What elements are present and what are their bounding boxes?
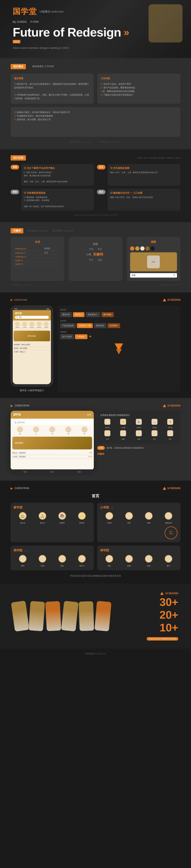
style-preview-text: 风格	[152, 261, 155, 263]
menu-icon-img-8	[136, 430, 142, 436]
tag-all[interactable]: 全部	[97, 446, 105, 450]
goal4-title: ◎ 建设输出交付式 一 入口全图	[110, 191, 178, 194]
cat-item-5[interactable]: 禅	[77, 427, 92, 435]
jia-icon-1[interactable]: 🏡 家文化	[13, 512, 32, 524]
goal4-pill: 标注	[97, 190, 105, 194]
menu-icon-label-10: 更多	[169, 438, 172, 440]
kw-word-1: 期典	[93, 242, 98, 246]
shang-icon-3[interactable]: 财富	[53, 555, 71, 567]
tab-home[interactable]: 首页	[23, 471, 27, 473]
jia-icon-img-2: 🙏	[39, 512, 46, 520]
app-tags-row: 全部 标杆题 运用黄金比例通道进行排版规则设计	[97, 446, 181, 450]
miniapp-label: ▶ CHENYIFAN	[11, 299, 27, 301]
phone-search-bar: 🔍 搜索	[15, 316, 49, 319]
menu-icon-img-5: 🧘	[167, 419, 173, 425]
scattered-phone-6	[94, 600, 112, 631]
app-list-item-1[interactable]: 家礼仪 · 经典课程 ¥99	[12, 451, 92, 455]
chan-icon-3[interactable]: 悟道	[140, 555, 158, 567]
menu-icon-9: 社区	[147, 430, 162, 440]
menu-icon-book: 📖 儒学院	[147, 419, 162, 429]
app-ui-label: CHENYIFAN	[14, 404, 29, 407]
kw-word-6: 学习	[89, 258, 93, 261]
xin-icon-img-1	[105, 512, 113, 520]
style-input-mock: 搜索 🔍	[130, 273, 177, 278]
numbers-right: UI DESIGN 30+ 20+ 10+ Power by the CHENY…	[147, 592, 178, 640]
miniapp-label-text: CHENYIFAN	[14, 299, 27, 301]
phone-banner: 国学堂精选	[13, 331, 50, 341]
goals-bottom-watermark: About some interface designs starting in…	[11, 214, 181, 216]
flow-board: week1 需求分析 视觉竞品 高保真设计↑ 用户体验↑ week2 产品信息架…	[57, 306, 181, 392]
jia-icon-img-3: 📚	[58, 512, 66, 520]
cat-item-2[interactable]: 心	[28, 427, 44, 435]
menu-icon-label-5: 禅学院	[168, 427, 172, 428]
shang-icon-2[interactable]: 管理	[33, 555, 51, 567]
flow-week3-items: 设计节范搭 开发验收↑ ★	[60, 334, 178, 339]
ui-design-num-label: UI DESIGN	[165, 592, 178, 595]
keywords-bottom-watermarks: 素材能量站 scnlz.com 素材能量站 scnlz.com	[11, 283, 181, 286]
chan-icon-1[interactable]: 禅宗	[100, 555, 118, 567]
shang-icon-4[interactable]: 领导力	[73, 555, 91, 567]
color-swatch-2	[135, 246, 139, 251]
homepage-bottom-text: 节假日受欢迎进行道具运用根据活动通过功的开发关系	[11, 575, 181, 578]
flow-item-demand: 需求分析	[60, 312, 72, 317]
app-home-header: 国学堂 首页	[11, 411, 94, 418]
scattered-phone-screen-4	[61, 601, 78, 631]
menu-icon-img-3: 🏪	[136, 419, 142, 425]
app-screen-left: 国学堂 首页 🔍 搜索课程 家	[11, 411, 94, 475]
chan-icon-img-1	[105, 555, 113, 563]
menu-icons-grid: 🏛 家学院 💛 心学院 🏪 商学院 📖 儒学院	[100, 419, 178, 440]
flow-week-2: week2 产品信息架构 功能原型 完善 视觉美感↑ 交互研究↑	[60, 320, 178, 328]
flow-item-visual: 视觉竞品	[73, 312, 85, 317]
number-30: 30+	[160, 596, 178, 608]
style-input-label: 搜索	[132, 274, 136, 277]
tab-discover[interactable]: 发现	[50, 471, 54, 473]
pinyin-desc-4	[43, 259, 61, 262]
cat-item-1[interactable]: 家	[12, 427, 28, 435]
overview-card1-title: 项目背景	[14, 77, 90, 80]
tab-mine[interactable]: 我的	[77, 471, 81, 473]
pinyin-desc-3	[43, 255, 61, 258]
xin-icon-1[interactable]: 心理学	[100, 512, 118, 524]
miniapp-content: 9:41 ●●● 国学堂 🔍 搜索	[11, 306, 181, 392]
ui-design-label-2: UI DESIGN	[163, 404, 181, 407]
college-xin-arrow: →	[111, 506, 113, 509]
xin-icon-4[interactable]: 情绪管理	[159, 512, 178, 524]
jia-icon-4[interactable]: ⭐ 家风范	[73, 512, 91, 524]
jia-icon-3[interactable]: 📚 家教育	[53, 512, 71, 524]
flow-week2-label: week2	[60, 320, 178, 322]
xin-icon-3[interactable]: 禅修	[140, 512, 158, 524]
college-jia-title: 家学院	[13, 506, 91, 509]
college-shang-header: 商学院 →	[13, 549, 91, 552]
menu-icon-label-1: 家学院	[105, 427, 110, 428]
goal1-content: ◎ 充分了解用户以及用户痛点 h 了解产品目标，整理对应的设计需求，重点解决用户…	[21, 164, 94, 186]
app-banner: 精选课程	[12, 437, 92, 450]
cat-icon-2	[33, 427, 39, 432]
byline2: Yi FAN	[30, 20, 39, 23]
app-home-search[interactable]: 🔍 搜索课程	[12, 420, 92, 425]
flow-item-interaction: 交互研究↑	[107, 323, 120, 328]
app-list-item-2[interactable]: 心学院 · 冥想课程 ¥128	[12, 455, 92, 459]
jia-icon-img-4: ⭐	[78, 512, 86, 520]
phone-search-placeholder: 搜索	[19, 316, 22, 318]
xin-icon-label-2: 冥想	[127, 522, 131, 524]
xin-icon-2[interactable]: 冥想	[120, 512, 138, 524]
hero-title-text: Future of Redesign	[13, 26, 121, 39]
jia-icon-2[interactable]: 🙏 家礼仪	[33, 512, 51, 524]
menu-icon-shop: 🏪 商学院	[132, 419, 146, 429]
chan-icon-label-4: 修行	[167, 565, 170, 567]
chan-icon-2[interactable]: 静修	[120, 555, 138, 567]
phone-cat-4: 儒学院	[36, 322, 42, 329]
power-badge-area: Power by the CHENYIFAN team	[147, 637, 178, 640]
cat-item-4[interactable]: 儒	[61, 427, 76, 435]
shang-icon-1[interactable]: 商道	[13, 555, 32, 567]
cat-item-3[interactable]: 商	[44, 427, 60, 435]
project-tag2: 素材能量站 工作内容	[32, 64, 54, 69]
chan-icon-4[interactable]: 修行	[159, 555, 178, 567]
color-palette	[130, 246, 177, 251]
homepage-label-area: ▶ CHENYIFAN	[11, 487, 29, 490]
goal3-text: ◎ 重新搭建，梳理视觉风格◎ 合理搭建UI规范，美化视觉动面一每一组的品，每个字…	[24, 196, 92, 208]
app-ui-section: ▶ CHENYIFAN UI DESIGN 国学堂 首页 🔍 搜索课程	[0, 398, 191, 480]
chan-icon-img-4	[165, 555, 172, 563]
app-home-screen: 国学堂 首页 🔍 搜索课程 家	[11, 411, 94, 470]
scattered-phone-3	[45, 601, 61, 631]
